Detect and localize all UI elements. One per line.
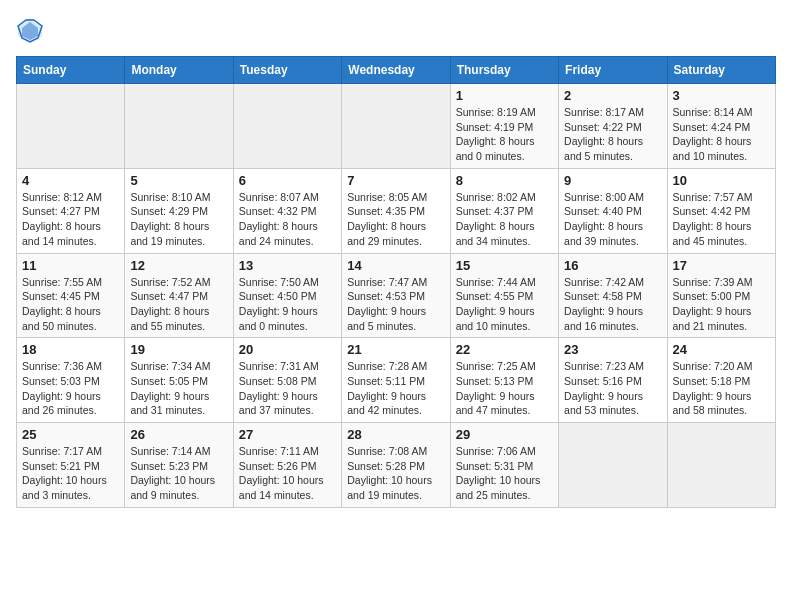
day-number: 3 bbox=[673, 88, 770, 103]
day-number: 12 bbox=[130, 258, 227, 273]
day-cell: 16Sunrise: 7:42 AMSunset: 4:58 PMDayligh… bbox=[559, 253, 667, 338]
day-cell: 23Sunrise: 7:23 AMSunset: 5:16 PMDayligh… bbox=[559, 338, 667, 423]
header-friday: Friday bbox=[559, 57, 667, 84]
day-info: Sunrise: 8:17 AMSunset: 4:22 PMDaylight:… bbox=[564, 105, 661, 164]
logo bbox=[16, 16, 48, 44]
day-cell: 10Sunrise: 7:57 AMSunset: 4:42 PMDayligh… bbox=[667, 168, 775, 253]
day-number: 7 bbox=[347, 173, 444, 188]
day-cell bbox=[342, 84, 450, 169]
day-number: 14 bbox=[347, 258, 444, 273]
day-cell: 6Sunrise: 8:07 AMSunset: 4:32 PMDaylight… bbox=[233, 168, 341, 253]
day-number: 17 bbox=[673, 258, 770, 273]
calendar-header-row: SundayMondayTuesdayWednesdayThursdayFrid… bbox=[17, 57, 776, 84]
day-cell: 1Sunrise: 8:19 AMSunset: 4:19 PMDaylight… bbox=[450, 84, 558, 169]
day-number: 26 bbox=[130, 427, 227, 442]
day-cell: 29Sunrise: 7:06 AMSunset: 5:31 PMDayligh… bbox=[450, 423, 558, 508]
week-row-2: 4Sunrise: 8:12 AMSunset: 4:27 PMDaylight… bbox=[17, 168, 776, 253]
day-info: Sunrise: 7:31 AMSunset: 5:08 PMDaylight:… bbox=[239, 359, 336, 418]
day-cell bbox=[17, 84, 125, 169]
week-row-1: 1Sunrise: 8:19 AMSunset: 4:19 PMDaylight… bbox=[17, 84, 776, 169]
day-cell: 17Sunrise: 7:39 AMSunset: 5:00 PMDayligh… bbox=[667, 253, 775, 338]
day-info: Sunrise: 7:17 AMSunset: 5:21 PMDaylight:… bbox=[22, 444, 119, 503]
day-info: Sunrise: 7:25 AMSunset: 5:13 PMDaylight:… bbox=[456, 359, 553, 418]
calendar-table: SundayMondayTuesdayWednesdayThursdayFrid… bbox=[16, 56, 776, 508]
day-cell: 26Sunrise: 7:14 AMSunset: 5:23 PMDayligh… bbox=[125, 423, 233, 508]
day-info: Sunrise: 7:11 AMSunset: 5:26 PMDaylight:… bbox=[239, 444, 336, 503]
day-info: Sunrise: 8:07 AMSunset: 4:32 PMDaylight:… bbox=[239, 190, 336, 249]
header-thursday: Thursday bbox=[450, 57, 558, 84]
day-cell: 22Sunrise: 7:25 AMSunset: 5:13 PMDayligh… bbox=[450, 338, 558, 423]
day-cell: 14Sunrise: 7:47 AMSunset: 4:53 PMDayligh… bbox=[342, 253, 450, 338]
day-number: 5 bbox=[130, 173, 227, 188]
day-number: 9 bbox=[564, 173, 661, 188]
day-cell: 8Sunrise: 8:02 AMSunset: 4:37 PMDaylight… bbox=[450, 168, 558, 253]
day-number: 11 bbox=[22, 258, 119, 273]
day-number: 22 bbox=[456, 342, 553, 357]
day-info: Sunrise: 7:55 AMSunset: 4:45 PMDaylight:… bbox=[22, 275, 119, 334]
day-cell: 5Sunrise: 8:10 AMSunset: 4:29 PMDaylight… bbox=[125, 168, 233, 253]
day-cell: 21Sunrise: 7:28 AMSunset: 5:11 PMDayligh… bbox=[342, 338, 450, 423]
day-cell: 28Sunrise: 7:08 AMSunset: 5:28 PMDayligh… bbox=[342, 423, 450, 508]
day-number: 10 bbox=[673, 173, 770, 188]
day-number: 16 bbox=[564, 258, 661, 273]
day-number: 23 bbox=[564, 342, 661, 357]
header-saturday: Saturday bbox=[667, 57, 775, 84]
day-info: Sunrise: 7:42 AMSunset: 4:58 PMDaylight:… bbox=[564, 275, 661, 334]
day-info: Sunrise: 7:47 AMSunset: 4:53 PMDaylight:… bbox=[347, 275, 444, 334]
day-cell: 19Sunrise: 7:34 AMSunset: 5:05 PMDayligh… bbox=[125, 338, 233, 423]
day-info: Sunrise: 7:44 AMSunset: 4:55 PMDaylight:… bbox=[456, 275, 553, 334]
day-number: 25 bbox=[22, 427, 119, 442]
week-row-4: 18Sunrise: 7:36 AMSunset: 5:03 PMDayligh… bbox=[17, 338, 776, 423]
day-cell: 20Sunrise: 7:31 AMSunset: 5:08 PMDayligh… bbox=[233, 338, 341, 423]
day-info: Sunrise: 7:23 AMSunset: 5:16 PMDaylight:… bbox=[564, 359, 661, 418]
day-cell bbox=[233, 84, 341, 169]
day-cell bbox=[125, 84, 233, 169]
day-cell: 13Sunrise: 7:50 AMSunset: 4:50 PMDayligh… bbox=[233, 253, 341, 338]
day-number: 21 bbox=[347, 342, 444, 357]
week-row-3: 11Sunrise: 7:55 AMSunset: 4:45 PMDayligh… bbox=[17, 253, 776, 338]
day-number: 13 bbox=[239, 258, 336, 273]
day-cell: 12Sunrise: 7:52 AMSunset: 4:47 PMDayligh… bbox=[125, 253, 233, 338]
day-info: Sunrise: 7:50 AMSunset: 4:50 PMDaylight:… bbox=[239, 275, 336, 334]
day-info: Sunrise: 8:05 AMSunset: 4:35 PMDaylight:… bbox=[347, 190, 444, 249]
day-info: Sunrise: 7:57 AMSunset: 4:42 PMDaylight:… bbox=[673, 190, 770, 249]
day-number: 6 bbox=[239, 173, 336, 188]
day-info: Sunrise: 7:06 AMSunset: 5:31 PMDaylight:… bbox=[456, 444, 553, 503]
day-number: 15 bbox=[456, 258, 553, 273]
day-cell: 4Sunrise: 8:12 AMSunset: 4:27 PMDaylight… bbox=[17, 168, 125, 253]
header-wednesday: Wednesday bbox=[342, 57, 450, 84]
day-cell: 9Sunrise: 8:00 AMSunset: 4:40 PMDaylight… bbox=[559, 168, 667, 253]
header-monday: Monday bbox=[125, 57, 233, 84]
day-info: Sunrise: 7:20 AMSunset: 5:18 PMDaylight:… bbox=[673, 359, 770, 418]
header-sunday: Sunday bbox=[17, 57, 125, 84]
day-info: Sunrise: 7:14 AMSunset: 5:23 PMDaylight:… bbox=[130, 444, 227, 503]
day-number: 18 bbox=[22, 342, 119, 357]
day-info: Sunrise: 8:10 AMSunset: 4:29 PMDaylight:… bbox=[130, 190, 227, 249]
day-info: Sunrise: 8:14 AMSunset: 4:24 PMDaylight:… bbox=[673, 105, 770, 164]
day-cell: 7Sunrise: 8:05 AMSunset: 4:35 PMDaylight… bbox=[342, 168, 450, 253]
week-row-5: 25Sunrise: 7:17 AMSunset: 5:21 PMDayligh… bbox=[17, 423, 776, 508]
day-info: Sunrise: 7:34 AMSunset: 5:05 PMDaylight:… bbox=[130, 359, 227, 418]
day-cell: 3Sunrise: 8:14 AMSunset: 4:24 PMDaylight… bbox=[667, 84, 775, 169]
day-number: 27 bbox=[239, 427, 336, 442]
day-cell: 27Sunrise: 7:11 AMSunset: 5:26 PMDayligh… bbox=[233, 423, 341, 508]
day-number: 1 bbox=[456, 88, 553, 103]
day-cell: 24Sunrise: 7:20 AMSunset: 5:18 PMDayligh… bbox=[667, 338, 775, 423]
day-info: Sunrise: 7:28 AMSunset: 5:11 PMDaylight:… bbox=[347, 359, 444, 418]
page-header bbox=[16, 16, 776, 44]
day-cell bbox=[559, 423, 667, 508]
day-info: Sunrise: 7:52 AMSunset: 4:47 PMDaylight:… bbox=[130, 275, 227, 334]
day-info: Sunrise: 8:02 AMSunset: 4:37 PMDaylight:… bbox=[456, 190, 553, 249]
day-number: 8 bbox=[456, 173, 553, 188]
day-info: Sunrise: 8:19 AMSunset: 4:19 PMDaylight:… bbox=[456, 105, 553, 164]
day-info: Sunrise: 7:08 AMSunset: 5:28 PMDaylight:… bbox=[347, 444, 444, 503]
day-number: 28 bbox=[347, 427, 444, 442]
day-info: Sunrise: 7:39 AMSunset: 5:00 PMDaylight:… bbox=[673, 275, 770, 334]
day-cell: 11Sunrise: 7:55 AMSunset: 4:45 PMDayligh… bbox=[17, 253, 125, 338]
header-tuesday: Tuesday bbox=[233, 57, 341, 84]
day-number: 2 bbox=[564, 88, 661, 103]
day-info: Sunrise: 8:00 AMSunset: 4:40 PMDaylight:… bbox=[564, 190, 661, 249]
day-number: 19 bbox=[130, 342, 227, 357]
day-cell bbox=[667, 423, 775, 508]
day-cell: 25Sunrise: 7:17 AMSunset: 5:21 PMDayligh… bbox=[17, 423, 125, 508]
